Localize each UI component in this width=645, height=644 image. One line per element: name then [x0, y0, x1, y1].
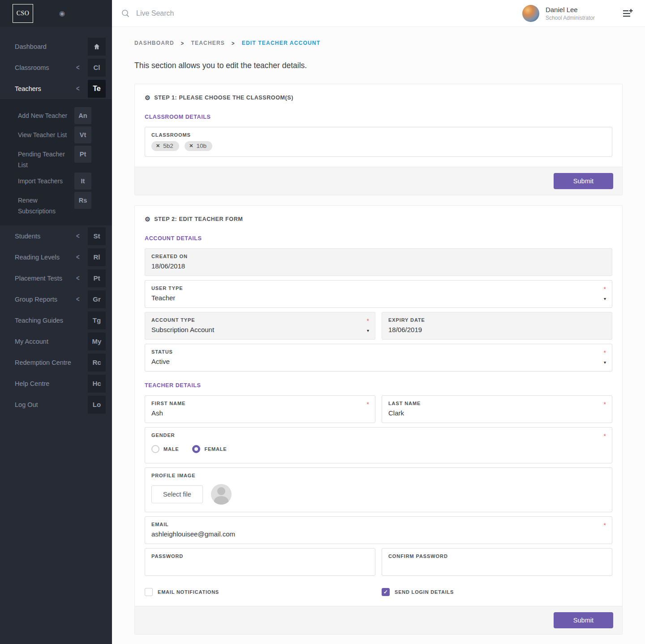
- placement-tests-abbr-icon[interactable]: Pt: [88, 269, 106, 287]
- pending-teacher-list-abbr-icon[interactable]: Pt: [74, 146, 91, 163]
- breadcrumb-teachers[interactable]: TEACHERS: [191, 40, 225, 46]
- teachers-abbr-icon[interactable]: Te: [88, 80, 106, 98]
- status-field[interactable]: STATUS Active * ▾: [145, 344, 612, 372]
- chevron-down-icon[interactable]: ▾: [367, 328, 369, 333]
- step1-submit-button[interactable]: Submit: [554, 173, 613, 189]
- send-login-details-checkbox[interactable]: ✓: [382, 588, 390, 596]
- step2-title: STEP 2: EDIT TEACHER FORM: [154, 216, 243, 222]
- sidebar-item-label: Reading Levels: [15, 254, 76, 261]
- male-radio[interactable]: [151, 445, 159, 453]
- sidebar-item-placement-tests[interactable]: Placement Tests < Pt: [0, 268, 112, 289]
- submenu-item-import-teachers[interactable]: Import Teachers It: [0, 173, 112, 190]
- remove-tag-icon[interactable]: ✕: [156, 143, 160, 149]
- email-notifications-label: EMAIL NOTIFICATIONS: [158, 589, 219, 595]
- profile-image-placeholder: [211, 484, 232, 505]
- sidebar-item-label: Teachers: [15, 85, 76, 92]
- sidebar: CSO ◉ Dashboard Classrooms < Cl Teachers…: [0, 0, 112, 644]
- classroom-tag-label: 10b: [196, 143, 206, 149]
- teaching-guides-abbr-icon[interactable]: Tg: [88, 311, 106, 329]
- female-radio[interactable]: [192, 445, 200, 453]
- import-teachers-abbr-icon[interactable]: It: [74, 173, 91, 190]
- group-reports-abbr-icon[interactable]: Gr: [88, 290, 106, 308]
- add-new-teacher-abbr-icon[interactable]: An: [74, 107, 91, 124]
- teacher-details-heading: TEACHER DETAILS: [145, 382, 612, 389]
- sidebar-item-students[interactable]: Students < St: [0, 225, 112, 246]
- sidebar-item-classrooms[interactable]: Classrooms < Cl: [0, 57, 112, 78]
- chevron-down-icon[interactable]: ▾: [604, 296, 606, 301]
- add-account-icon[interactable]: [623, 9, 633, 18]
- submenu-item-pending-teacher-list[interactable]: Pending Teacher List Pt: [0, 146, 112, 170]
- submenu-item-view-teacher-list[interactable]: View Teacher List Vt: [0, 126, 112, 143]
- chevron-down-icon[interactable]: ▾: [604, 360, 606, 365]
- sidebar-item-group-reports[interactable]: Group Reports < Gr: [0, 289, 112, 310]
- chevron-left-icon: <: [76, 232, 88, 241]
- teachers-submenu: Add New Teacher An View Teacher List Vt …: [0, 99, 112, 225]
- email-field[interactable]: EMAIL ashleighlouisee@gmail.com *: [145, 516, 612, 544]
- remove-tag-icon[interactable]: ✕: [189, 143, 193, 149]
- sidebar-item-label: Teaching Guides: [15, 317, 76, 324]
- required-asterisk: *: [604, 401, 606, 408]
- step2-card: ⚙ STEP 2: EDIT TEACHER FORM ACCOUNT DETA…: [134, 205, 623, 635]
- submenu-item-renew-subscriptions[interactable]: Renew Subscriptions Rs: [0, 192, 112, 216]
- user-type-field[interactable]: USER TYPE Teacher * ▾: [145, 280, 612, 308]
- last-name-label: LAST NAME: [388, 401, 606, 406]
- redemption-centre-abbr-icon[interactable]: Rc: [88, 354, 106, 372]
- renew-subscriptions-abbr-icon[interactable]: Rs: [74, 192, 91, 209]
- sidebar-item-teaching-guides[interactable]: Teaching Guides Tg: [0, 310, 112, 331]
- students-abbr-icon[interactable]: St: [88, 227, 106, 245]
- confirm-password-field[interactable]: CONFIRM PASSWORD: [382, 548, 612, 576]
- select-file-button[interactable]: Select file: [151, 485, 203, 503]
- password-field[interactable]: PASSWORD: [145, 548, 375, 576]
- user-type-value: Teacher: [151, 294, 606, 302]
- email-notifications-checkbox[interactable]: ✓: [145, 588, 153, 596]
- home-icon[interactable]: [88, 38, 106, 56]
- sidebar-nav: Dashboard Classrooms < Cl Teachers < Te …: [0, 27, 112, 415]
- created-on-value: 18/06/2018: [151, 262, 606, 270]
- created-on-label: CREATED ON: [151, 254, 606, 259]
- sidebar-item-reading-levels[interactable]: Reading Levels < Rl: [0, 246, 112, 268]
- breadcrumb-edit-teacher-account: EDIT TEACHER ACCOUNT: [242, 40, 321, 46]
- classrooms-field[interactable]: CLASSROOMS ✕ 5b2 ✕ 10b: [145, 127, 612, 157]
- sidebar-item-label: Classrooms: [15, 64, 76, 71]
- submenu-item-add-new-teacher[interactable]: Add New Teacher An: [0, 107, 112, 124]
- reading-levels-abbr-icon[interactable]: Rl: [88, 248, 106, 266]
- help-centre-abbr-icon[interactable]: Hc: [88, 375, 106, 393]
- required-asterisk: *: [604, 522, 606, 529]
- classrooms-abbr-icon[interactable]: Cl: [88, 59, 106, 77]
- confirm-password-value[interactable]: [388, 562, 606, 570]
- email-label: EMAIL: [151, 522, 606, 527]
- classrooms-label: CLASSROOMS: [151, 132, 606, 138]
- step2-submit-button[interactable]: Submit: [554, 612, 613, 628]
- last-name-value[interactable]: Clark: [388, 409, 606, 417]
- breadcrumb: DASHBOARD > TEACHERS > EDIT TEACHER ACCO…: [112, 27, 645, 46]
- user-menu[interactable]: Daniel Lee School Administrator: [522, 5, 595, 22]
- submenu-item-label: Add New Teacher: [18, 107, 74, 121]
- my-account-abbr-icon[interactable]: My: [88, 333, 106, 350]
- step1-card: ⚙ STEP 1: PLEASE CHOOSE THE CLASSROOM(S)…: [134, 84, 623, 195]
- sidebar-item-label: Placement Tests: [15, 275, 76, 282]
- classroom-tag: ✕ 10b: [185, 141, 212, 151]
- password-value[interactable]: [151, 562, 369, 570]
- female-radio-label: FEMALE: [204, 446, 227, 452]
- user-avatar[interactable]: [522, 5, 539, 22]
- first-name-value[interactable]: Ash: [151, 409, 369, 417]
- sidebar-item-help-centre[interactable]: Help Centre Hc: [0, 373, 112, 394]
- sidebar-item-redemption-centre[interactable]: Redemption Centre Rc: [0, 352, 112, 373]
- email-value[interactable]: ashleighlouisee@gmail.com: [151, 530, 606, 538]
- first-name-field[interactable]: FIRST NAME Ash *: [145, 395, 375, 423]
- sidebar-item-log-out[interactable]: Log Out Lo: [0, 394, 112, 415]
- log-out-abbr-icon[interactable]: Lo: [88, 396, 106, 414]
- user-name: Daniel Lee: [546, 6, 595, 13]
- account-type-field[interactable]: ACCOUNT TYPE Subscription Account * ▾: [145, 312, 375, 340]
- sidebar-item-my-account[interactable]: My Account My: [0, 331, 112, 352]
- sidebar-toggle-icon[interactable]: ◉: [59, 9, 65, 17]
- search-input[interactable]: [136, 9, 324, 17]
- sidebar-item-label: Group Reports: [15, 296, 76, 303]
- last-name-field[interactable]: LAST NAME Clark *: [382, 395, 612, 423]
- breadcrumb-dashboard[interactable]: DASHBOARD: [134, 40, 174, 46]
- sidebar-item-dashboard[interactable]: Dashboard: [0, 36, 112, 57]
- view-teacher-list-abbr-icon[interactable]: Vt: [74, 126, 91, 143]
- chevron-left-icon: <: [76, 84, 88, 93]
- sidebar-item-teachers[interactable]: Teachers < Te: [0, 78, 112, 99]
- gear-icon: ⚙: [145, 94, 150, 101]
